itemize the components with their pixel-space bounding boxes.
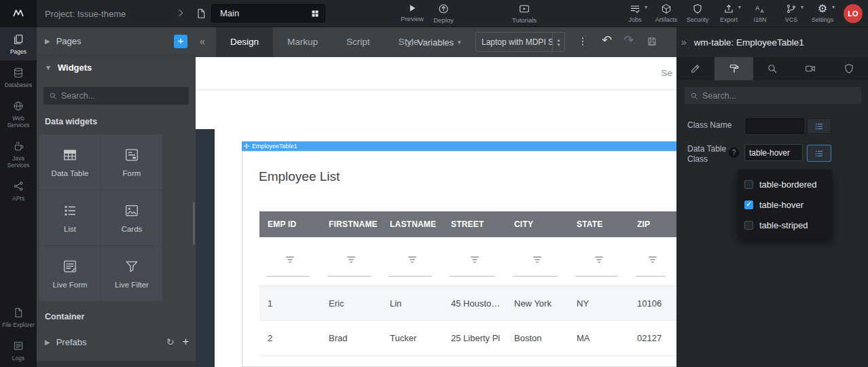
pages-grid-icon[interactable] (311, 10, 319, 18)
filter-input[interactable] (327, 276, 371, 277)
prefabs-section-header[interactable]: ▶ Prefabs ↻ + (37, 330, 196, 354)
sidebar-item-java-services[interactable]: Java Services (0, 134, 37, 174)
filter-icon[interactable] (345, 254, 357, 266)
active-page-dropdown[interactable]: Main (211, 4, 325, 22)
panel-scrollbar[interactable] (193, 202, 195, 245)
data-table-class-input[interactable] (744, 144, 803, 161)
preview-button[interactable]: Preview (395, 3, 430, 22)
column-header[interactable]: EMP ID (259, 211, 321, 237)
file-icon (13, 307, 24, 318)
dropdown-option-table-striped[interactable]: table-striped (738, 215, 832, 235)
app-logo[interactable] (0, 0, 37, 27)
widget-selection-tag[interactable]: EmployeeTable1 (242, 141, 676, 151)
tab-script[interactable]: Script (332, 27, 384, 57)
filter-icon[interactable] (406, 254, 418, 266)
sidebar-item-logs[interactable]: Logs (0, 334, 37, 367)
widgets-section-header[interactable]: ▼ Widgets (37, 56, 196, 79)
column-header[interactable]: CITY (506, 211, 568, 237)
filter-icon[interactable] (469, 254, 481, 266)
widget-search-input[interactable] (61, 91, 183, 101)
export-menu[interactable]: ▾ Export (713, 3, 744, 23)
deploy-button[interactable]: Deploy (426, 3, 461, 24)
column-header[interactable]: ZIP (629, 211, 676, 237)
security-menu[interactable]: Security (682, 3, 713, 23)
properties-search-input[interactable] (702, 91, 856, 101)
class-name-list-button[interactable] (807, 118, 831, 134)
collapse-left-panel-icon[interactable]: « (200, 36, 205, 47)
expand-panel-icon[interactable]: » (681, 37, 687, 48)
chevron-right-icon[interactable] (175, 7, 186, 18)
logs-icon (13, 340, 24, 351)
filter-input[interactable] (388, 276, 432, 277)
designed-page-left-nav[interactable] (196, 129, 215, 367)
filter-icon[interactable] (284, 254, 296, 266)
filter-input[interactable] (636, 276, 666, 277)
chevron-down-icon: ▾ (801, 4, 803, 10)
designed-page-header: Se (196, 57, 676, 90)
checkbox[interactable] (744, 221, 753, 230)
panel-next-section-strip (37, 361, 196, 367)
class-name-input[interactable] (746, 118, 804, 134)
tab-properties[interactable] (676, 57, 715, 80)
table-row[interactable]: 1 Eric Lin 45 Housto… New York NY 10106 (259, 286, 676, 321)
tab-markup[interactable]: Markup (273, 27, 332, 57)
settings-menu[interactable]: ⚙ ▾ Settings (807, 3, 838, 23)
column-header[interactable]: STREET (443, 211, 506, 237)
properties-search (685, 87, 861, 104)
data-table-class-list-button[interactable] (807, 145, 831, 162)
stepper-icon[interactable]: ▴▾ (552, 33, 564, 51)
undo-icon[interactable]: ↶ (602, 33, 612, 48)
widget-card-cards[interactable]: Cards (101, 190, 162, 245)
user-avatar[interactable]: LO (844, 4, 863, 23)
filter-input[interactable] (513, 276, 558, 277)
table-cell: 10106 (629, 286, 676, 320)
more-options-icon[interactable] (577, 36, 588, 47)
column-header[interactable]: LASTNAME (382, 211, 443, 237)
i18n-menu[interactable]: AA I18N (744, 3, 776, 23)
widget-card-list[interactable]: List (39, 190, 101, 245)
save-icon[interactable] (647, 36, 657, 47)
variables-menu[interactable]: {x} Variables ▾ (405, 27, 461, 57)
add-prefab-button[interactable]: + (183, 336, 189, 348)
sidebar-item-apis[interactable]: APIs (0, 174, 37, 207)
help-icon[interactable]: ? (729, 147, 739, 158)
tab-security[interactable] (830, 57, 868, 80)
sidebar-item-web-services[interactable]: Web Services (0, 94, 37, 134)
refresh-icon[interactable]: ↻ (166, 336, 175, 347)
jobs-menu[interactable]: ▾ Jobs (619, 3, 651, 23)
tab-preview[interactable] (791, 57, 829, 80)
filter-icon[interactable] (531, 254, 543, 266)
filter-input[interactable] (575, 276, 618, 277)
checkbox[interactable] (744, 180, 753, 189)
vcs-menu[interactable]: ▾ VCS (776, 3, 807, 23)
widget-card-live-filter[interactable]: Live Filter (101, 246, 162, 301)
table-cell: Boston (506, 321, 568, 355)
sidebar-item-file-explorer[interactable]: File Explorer (0, 300, 37, 334)
filter-icon[interactable] (593, 254, 605, 266)
filter-input[interactable] (266, 276, 310, 277)
filter-input[interactable] (450, 276, 495, 277)
checkbox[interactable] (744, 200, 753, 209)
device-select[interactable]: Laptop with MDPI Screen ▴▾ (475, 32, 565, 52)
widget-card-data-table[interactable]: Data Table (39, 135, 101, 190)
sidebar-item-databases[interactable]: Databases (0, 60, 37, 94)
dropdown-option-table-hover[interactable]: table-hover (738, 194, 832, 215)
sidebar-item-pages[interactable]: Pages (0, 27, 37, 60)
redo-icon[interactable]: ↷ (623, 33, 634, 48)
table-row[interactable]: 2 Brad Tucker 25 Liberty Pl Boston MA 02… (259, 321, 676, 356)
tab-design[interactable]: Design (216, 27, 273, 57)
widget-card-live-form[interactable]: Live Form (39, 246, 101, 301)
dropdown-option-table-bordered[interactable]: table-bordered (738, 174, 832, 194)
project-name[interactable]: Project: Issue-theme (45, 0, 126, 27)
pages-section-header[interactable]: ▶ Pages + (37, 27, 196, 56)
filter-icon[interactable] (647, 254, 659, 266)
tab-styles[interactable] (715, 57, 753, 80)
add-page-button[interactable]: + (174, 35, 187, 48)
widget-card-form[interactable]: Form (101, 135, 162, 190)
tutorials-button[interactable]: Tutorials (507, 3, 542, 24)
employee-table-widget[interactable]: Employee List EMP ID FIRSTNAME LASTNAME … (242, 151, 676, 367)
column-header[interactable]: FIRSTNAME (321, 211, 382, 237)
column-header[interactable]: STATE (568, 211, 629, 237)
tab-inspect[interactable] (753, 57, 791, 80)
artifacts-menu[interactable]: Artifacts (651, 3, 682, 23)
